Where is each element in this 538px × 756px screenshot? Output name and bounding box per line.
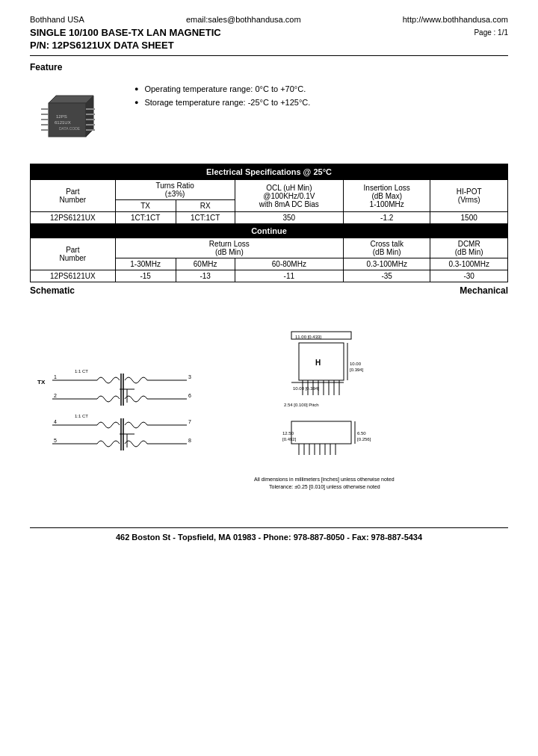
svg-text:H: H — [315, 359, 321, 367]
svg-rect-61 — [291, 421, 351, 444]
svg-text:[0.256]: [0.256] — [357, 437, 371, 441]
svg-rect-45 — [299, 343, 344, 380]
svg-text:All dimensions in millimeters : All dimensions in millimeters [inches] u… — [254, 477, 395, 483]
col-dcmr: DCMR(dB Min) — [430, 238, 508, 258]
ct-val: -35 — [344, 270, 430, 282]
part-num-val: 12PS6121UX — [31, 212, 116, 224]
header: Bothhand USA email:sales@bothhandusa.com… — [30, 15, 508, 24]
diagram-area: TX 1 2 3 6 4 5 7 — [30, 302, 508, 512]
svg-text:4: 4 — [54, 419, 57, 424]
svg-text:12PS: 12PS — [56, 114, 67, 119]
ocl-val: 350 — [235, 212, 343, 224]
part2-val: 12PS6121UX — [31, 270, 116, 282]
insertion-val: -1.2 — [344, 212, 430, 224]
svg-text:7: 7 — [188, 419, 191, 424]
product-image: 12PS 6121UX DATA CODE — [30, 77, 112, 152]
svg-text:1:1 CT: 1:1 CT — [75, 414, 88, 418]
dcmr-val: -30 — [430, 270, 508, 282]
electrical-table: Electrical Specifications @ 25°C PartNum… — [30, 164, 508, 282]
svg-text:6: 6 — [188, 393, 191, 398]
website: http://www.bothhandusa.com — [403, 15, 508, 24]
feature-item-1: Operating temperature range: 0°C to +70°… — [134, 84, 310, 93]
col-return-loss: Return Loss(dB Min) — [115, 238, 343, 258]
svg-text:8: 8 — [188, 438, 191, 443]
col-crosstalk: Cross talk(dB Min) — [344, 238, 430, 258]
col-ct-range: 0.3-100MHz — [344, 258, 430, 270]
company-name: Bothhand USA — [30, 15, 84, 24]
col-dcmr-range: 0.3-100MHz — [430, 258, 508, 270]
mechanical-label: Mechanical — [460, 285, 508, 296]
svg-text:[0.492]: [0.492] — [282, 437, 297, 441]
svg-text:12.50: 12.50 — [282, 431, 294, 436]
tx-val: 1CT:1CT — [115, 212, 176, 224]
table-row: 12PS6121UX 1CT:1CT 1CT:1CT 350 -1.2 1500 — [31, 212, 508, 224]
product-title-2: P/N: 12PS6121UX DATA SHEET — [30, 40, 221, 51]
svg-text:10.00 [0.394]: 10.00 [0.394] — [293, 386, 319, 391]
col-tx: TX — [115, 200, 176, 212]
col-hipot: HI-POT(Vrms) — [430, 180, 508, 212]
header-divider — [30, 55, 508, 56]
svg-text:3: 3 — [188, 374, 191, 379]
product-title-1: SINGLE 10/100 BASE-TX LAN MAGNETIC — [30, 27, 221, 38]
col-turns-ratio: Turns Ratio(±3%) — [115, 180, 235, 200]
email: email:sales@bothhandusa.com — [186, 15, 301, 24]
feature-title: Feature — [30, 62, 508, 72]
svg-text:Tolerance: ±0.25 [0.010] unles: Tolerance: ±0.25 [0.010] unless otherwis… — [269, 484, 380, 490]
svg-text:1: 1 — [54, 374, 57, 379]
col-part-number: PartNumber — [31, 180, 116, 212]
footer-address: 462 Boston St - Topsfield, MA 01983 - Ph… — [30, 533, 508, 542]
rl-60-80-val: -11 — [235, 270, 343, 282]
col-rl-60: 60MHz — [176, 258, 235, 270]
svg-text:[0.394]: [0.394] — [350, 368, 364, 372]
schematic-label: Schematic — [30, 285, 75, 296]
col-rl-60-80: 60-80MHz — [235, 258, 343, 270]
svg-text:10.00: 10.00 — [350, 362, 362, 366]
feature-item-2: Storage temperature range: -25°C to +125… — [134, 98, 310, 107]
continue-label: Continue — [31, 224, 508, 238]
rl-1-30-val: -15 — [115, 270, 176, 282]
rx-val: 1CT:1CT — [176, 212, 235, 224]
svg-text:11.00 [0.433]: 11.00 [0.433] — [295, 335, 321, 339]
feature-section: 12PS 6121UX DATA CODE Operating temperat… — [30, 77, 508, 152]
svg-text:2: 2 — [54, 393, 57, 398]
hipot-val: 1500 — [430, 212, 508, 224]
svg-text:6121UX: 6121UX — [55, 120, 71, 125]
section-labels: Schematic Mechanical — [30, 285, 508, 296]
svg-text:2.54 [0.100] Pitch: 2.54 [0.100] Pitch — [284, 403, 319, 407]
elec-header: Electrical Specifications @ 25°C — [31, 164, 508, 180]
svg-text:1:1 CT: 1:1 CT — [75, 369, 88, 374]
svg-text:6.50: 6.50 — [357, 431, 366, 436]
svg-text:5: 5 — [54, 438, 57, 443]
svg-text:DATA CODE: DATA CODE — [59, 126, 81, 131]
feature-list: Operating temperature range: 0°C to +70°… — [134, 77, 310, 111]
rl-60-val: -13 — [176, 270, 235, 282]
col-rl-1-30: 1-30MHz — [115, 258, 176, 270]
svg-text:TX: TX — [37, 379, 46, 385]
footer-divider — [30, 527, 508, 528]
col-ocl: OCL (uH Min)@100KHz/0.1Vwith 8mA DC Bias — [235, 180, 343, 212]
table-row-2: 12PS6121UX -15 -13 -11 -35 -30 — [31, 270, 508, 282]
col2-part: PartNumber — [31, 238, 116, 270]
col-insertion: Insertion Loss(dB Max)1-100MHz — [344, 180, 430, 212]
col-rx: RX — [176, 200, 235, 212]
page-number: Page : 1/1 — [474, 27, 508, 37]
